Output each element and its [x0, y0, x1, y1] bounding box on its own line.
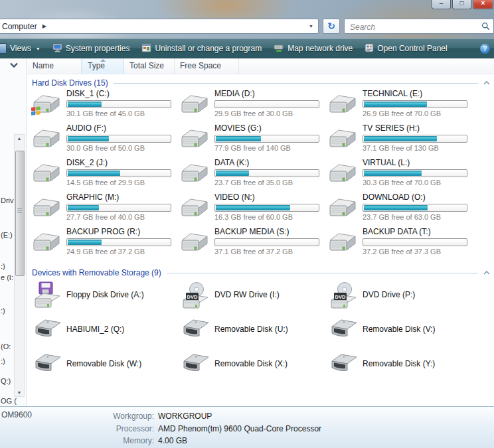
hard-disk-tile[interactable]: VIDEO (N:) 16.3 GB free of 60.0 GB: [180, 192, 325, 226]
column-header-free-space[interactable]: Free Space: [175, 58, 239, 74]
breadcrumb-caret-icon[interactable]: ▶: [42, 23, 46, 29]
capacity-bar: [214, 135, 319, 143]
scroll-down-icon[interactable]: ▼: [15, 390, 24, 395]
close-button[interactable]: ×: [473, 0, 493, 9]
drive-name: BACKUP DATA (T:): [363, 227, 473, 237]
hard-disk-tile[interactable]: BACKUP DATA (T:) 37.2 GB free of 37.3 GB: [328, 227, 473, 260]
removable-device-tile[interactable]: DVD Removable Disk (Y:): [328, 350, 473, 382]
capacity-bar-fill: [68, 136, 109, 141]
capacity-bar: [66, 204, 171, 212]
capacity-bar: [66, 135, 171, 143]
sidebar-item-fragment[interactable]: Q:): [1, 377, 11, 385]
minimize-button[interactable]: –: [432, 0, 451, 9]
system-properties-button[interactable]: System properties: [46, 40, 136, 56]
device-name: Removable Disk (W:): [66, 359, 141, 368]
processor-label: Processor:: [98, 423, 154, 435]
search-input[interactable]: [349, 21, 474, 33]
device-name: DVD Drive (P:): [363, 290, 415, 299]
dvd-drive-icon: DVD: [329, 281, 359, 314]
column-header-name[interactable]: Name: [27, 58, 82, 74]
capacity-bar: [66, 238, 171, 246]
memory-row: Memory:4.00 GB: [98, 435, 321, 447]
sidebar-item-fragment[interactable]: (E:): [1, 231, 13, 239]
collapse-group-icon[interactable]: [483, 78, 490, 87]
folder-view: Hard Disk Drives (15): [27, 74, 494, 406]
removable-disk-icon: [329, 350, 359, 376]
hard-disk-tile[interactable]: MEDIA (D:) 29.9 GB free of 30.0 GB: [180, 89, 325, 122]
device-name: Removable Disk (Y:): [363, 359, 435, 368]
removable-device-tile[interactable]: DVD DVD RW Drive (I:): [180, 281, 325, 313]
removable-device-tile[interactable]: DVD Removable Disk (U:): [180, 316, 325, 348]
group-header-hard-disk-drives[interactable]: Hard Disk Drives (15): [32, 78, 490, 88]
open-control-panel-button[interactable]: Open Control Panel: [359, 40, 453, 56]
open-control-panel-icon: [365, 43, 374, 54]
hard-disk-tile[interactable]: VIRTUAL (L:) 30.3 GB free of 70.0 GB: [328, 158, 473, 191]
hard-drive-icon: [32, 196, 61, 220]
address-dropdown-icon[interactable]: ▼: [306, 21, 316, 31]
hard-disk-tile[interactable]: DOWNLOAD (O:) 23.7 GB free of 63.0 GB: [328, 192, 473, 226]
breadcrumb-computer[interactable]: Computer: [2, 22, 37, 31]
removable-disk-icon: [33, 350, 62, 376]
sidebar-item-fragment[interactable]: OG (: [1, 397, 17, 405]
capacity-bar-fill: [68, 102, 102, 107]
hard-disk-tile[interactable]: DATA (K:) 23.7 GB free of 35.0 GB: [180, 158, 325, 191]
column-header-total-size[interactable]: Total Size: [124, 58, 175, 74]
search-box[interactable]: [344, 19, 494, 34]
drive-name: DISK_1 (C:): [66, 89, 177, 99]
removable-device-tile[interactable]: DVD DVD Drive (P:): [328, 281, 473, 313]
hard-disk-tile[interactable]: GRAPHIC (M:) 27.7 GB free of 40.0 GB: [32, 192, 177, 226]
removable-device-tile[interactable]: DVD Floppy Disk Drive (A:): [32, 281, 177, 313]
scroll-up-icon[interactable]: ▲: [15, 136, 24, 141]
sidebar-item-fragment[interactable]: e (I:: [1, 273, 13, 281]
windows-logo-icon: [31, 106, 41, 118]
refresh-button[interactable]: ↻: [323, 19, 340, 34]
map-network-drive-button[interactable]: Map network drive: [268, 40, 359, 56]
column-header-type[interactable]: Type: [82, 58, 124, 74]
removable-device-tile[interactable]: DVD Removable Disk (V:): [328, 316, 473, 348]
group-header-removable-storage[interactable]: Devices with Removable Storage (9): [32, 267, 490, 278]
drive-name: VIRTUAL (L:): [363, 158, 473, 168]
free-space-text: 30.1 GB free of 45.0 GB: [66, 110, 177, 117]
hard-disk-tile[interactable]: DISK_2 (J:) 14.5 GB free of 29.9 GB: [32, 158, 177, 191]
sidebar-item-fragment[interactable]: (O:: [1, 342, 11, 350]
sidebar-item-fragment[interactable]: :): [1, 357, 5, 365]
sidebar-item-fragment[interactable]: Driv: [1, 196, 14, 204]
free-space-text: 16.3 GB free of 60.0 GB: [214, 213, 325, 221]
views-button[interactable]: Views ▼: [0, 40, 46, 56]
hard-disk-tile[interactable]: BACKUP PROG (R:) 24.9 GB free of 37.2 GB: [32, 227, 177, 260]
drive-name: DATA (K:): [214, 158, 325, 168]
maximize-button[interactable]: □: [452, 0, 471, 9]
free-space-text: 23.7 GB free of 35.0 GB: [214, 179, 325, 187]
removable-device-tile[interactable]: DVD HABIUMI_2 (Q:): [32, 316, 177, 348]
help-icon[interactable]: ?: [480, 44, 490, 54]
sidebar-item-fragment[interactable]: :): [1, 262, 5, 270]
scrollbar-thumb[interactable]: [15, 151, 25, 276]
sidebar-item-fragment[interactable]: :): [1, 307, 5, 315]
drive-name: BACKUP PROG (R:): [66, 227, 177, 237]
hard-disk-tile[interactable]: TV SERIES (H:) 37.1 GB free of 130 GB: [328, 123, 473, 157]
navigation-scrollbar[interactable]: ▲ ▼: [14, 134, 25, 397]
hard-disk-tile[interactable]: TECHNICAL (E:) 26.9 GB free of 70.0 GB: [328, 89, 473, 122]
removable-device-tile[interactable]: DVD Removable Disk (X:): [180, 350, 325, 382]
hard-drive-icon: [328, 162, 357, 186]
hard-disk-tile[interactable]: AUDIO (F:) 30.0 GB free of 50.0 GB: [32, 123, 177, 157]
folders-chevron-icon[interactable]: [9, 60, 19, 70]
computer-name-text: OM9600: [1, 410, 32, 419]
capacity-bar-fill: [364, 205, 428, 210]
drive-name: AUDIO (F:): [66, 123, 177, 133]
floppy-drive-icon: [33, 281, 62, 314]
hard-disk-tile[interactable]: MOVIES (G:) 77.9 GB free of 140 GB: [180, 123, 325, 157]
drive-name: GRAPHIC (M:): [66, 192, 177, 202]
drive-name: TECHNICAL (E:): [363, 89, 473, 99]
hard-drive-icon: [32, 127, 61, 151]
collapse-group-icon[interactable]: [483, 267, 490, 277]
capacity-bar-fill: [216, 205, 290, 210]
removable-device-tile[interactable]: DVD Removable Disk (W:): [32, 350, 177, 382]
breadcrumb[interactable]: Computer ▶ ▼: [0, 19, 319, 34]
hard-disk-tile[interactable]: BACKUP MEDIA (S:) 37.1 GB free of 37.2 G…: [180, 227, 325, 260]
hard-disk-tile[interactable]: DISK_1 (C:) 30.1 GB free of 45.0 GB: [32, 89, 177, 122]
views-caret-icon: ▼: [36, 46, 41, 51]
command-toolbar: Views ▼ System properties Uninstall or c…: [0, 38, 494, 58]
drive-name: DISK_2 (J:): [66, 158, 177, 168]
uninstall-program-button[interactable]: Uninstall or change a program: [135, 40, 268, 56]
